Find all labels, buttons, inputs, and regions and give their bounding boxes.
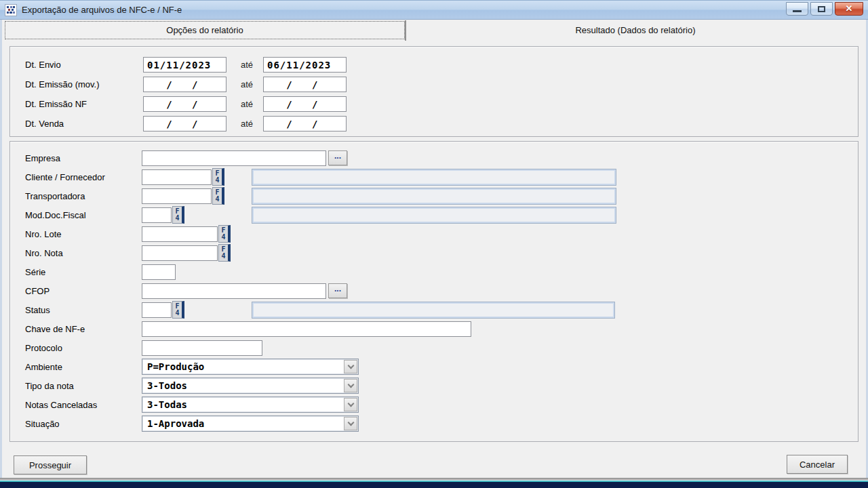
date-filters-group: Dt. Envio até Dt. Emissão (mov.) até Dt.… <box>9 46 859 137</box>
f4-icon: 4 <box>175 310 179 317</box>
protocolo-input[interactable] <box>142 340 262 356</box>
select-value: 3-Todos <box>147 380 187 391</box>
field-row-tipo-nota: Tipo da nota 3-Todos <box>10 378 858 396</box>
field-label: Transportadora <box>25 191 85 201</box>
chevron-down-icon <box>347 401 354 407</box>
tab-opcoes-relatorio[interactable]: Opções do relatório <box>5 21 405 39</box>
dt-envio-from-input[interactable] <box>143 57 226 73</box>
dropdown-arrow-button[interactable] <box>344 379 357 392</box>
cliente-fornecedor-input[interactable] <box>142 169 212 185</box>
dropdown-arrow-button[interactable] <box>344 360 357 373</box>
date-row-emissao-nf: Dt. Emissão NF até <box>10 96 858 115</box>
field-row-ambiente: Ambiente P=Produção <box>10 359 858 378</box>
dt-venda-to-input[interactable] <box>263 116 347 131</box>
field-label: Mod.Doc.Fiscal <box>25 210 86 220</box>
nro-nota-input[interactable] <box>142 245 218 261</box>
tab-resultado-relatorio[interactable]: Resultado (Dados do relatório) <box>408 21 863 39</box>
maximize-icon <box>818 6 825 12</box>
field-row-serie: Série <box>10 264 858 283</box>
until-label: até <box>235 60 259 70</box>
minimize-icon <box>793 10 802 12</box>
ambiente-select[interactable]: P=Produção <box>142 359 359 375</box>
dt-emissao-nf-to-input[interactable] <box>263 96 347 112</box>
window-bottom-edge <box>0 478 868 488</box>
field-row-mod-doc-fiscal: Mod.Doc.Fiscal F 4 <box>10 207 858 226</box>
prosseguir-button[interactable]: Prosseguir <box>14 455 87 474</box>
field-label: Nro. Nota <box>25 248 63 258</box>
maximize-button[interactable] <box>810 2 833 16</box>
nro-lote-input[interactable] <box>142 226 218 242</box>
nro-nota-f4-lookup-button[interactable]: F 4 <box>218 244 231 262</box>
status-f4-lookup-button[interactable]: F 4 <box>172 301 184 319</box>
empresa-browse-button[interactable]: ... <box>328 150 347 165</box>
dt-envio-to-input[interactable] <box>263 57 347 73</box>
select-value: P=Produção <box>147 361 204 372</box>
field-row-nro-lote: Nro. Lote F 4 <box>10 226 858 245</box>
field-label: CFOP <box>25 286 50 296</box>
field-label: Série <box>25 267 45 277</box>
mod-doc-fiscal-description-field <box>252 207 616 224</box>
f4-icon: 4 <box>215 196 219 203</box>
select-value: 1-Aprovada <box>147 418 204 429</box>
filters-group: Empresa ... Cliente / Fornecedor F 4 Tra… <box>9 141 859 442</box>
tab-bar: Opções do relatório Resultado (Dados do … <box>4 20 864 41</box>
field-label: Notas Canceladas <box>25 400 97 410</box>
window-border-left <box>0 20 2 479</box>
export-nfe-window: Exportação de arquivos de NFC-e / NF-e ✕… <box>0 0 868 488</box>
field-label: Empresa <box>25 153 60 163</box>
tab-label: Opções do relatório <box>166 25 243 35</box>
date-row-envio: Dt. Envio até <box>10 56 858 75</box>
field-label: Chave de NF-e <box>25 324 85 334</box>
serie-input[interactable] <box>142 264 176 280</box>
notas-canceladas-select[interactable]: 3-Todas <box>142 396 359 413</box>
dropdown-arrow-button[interactable] <box>344 398 357 411</box>
field-row-chave-nfe: Chave de NF-e <box>10 321 858 340</box>
select-value: 3-Todas <box>147 399 187 410</box>
until-label: até <box>235 119 259 129</box>
field-label: Protocolo <box>25 343 62 353</box>
tab-divider <box>405 20 406 41</box>
mod-doc-fiscal-input[interactable] <box>142 207 172 223</box>
chave-nfe-input[interactable] <box>142 321 471 337</box>
window-icon <box>5 4 17 16</box>
empresa-input[interactable] <box>142 150 326 166</box>
date-row-emissao-mov: Dt. Emissão (mov.) até <box>10 76 858 95</box>
chevron-down-icon <box>347 363 354 369</box>
minimize-button[interactable] <box>786 2 808 16</box>
status-description-field <box>252 302 615 319</box>
f4-icon: 4 <box>221 253 225 260</box>
bottom-edge-navy-bar <box>0 482 868 488</box>
dt-emissao-mov-to-input[interactable] <box>263 77 347 92</box>
tipo-nota-select[interactable]: 3-Todos <box>142 378 359 394</box>
dropdown-arrow-button[interactable] <box>344 417 357 430</box>
field-label: Cliente / Fornecedor <box>25 172 105 182</box>
cfop-browse-button[interactable]: ... <box>328 283 347 298</box>
field-row-transportadora: Transportadora F 4 <box>10 188 858 207</box>
chevron-down-icon <box>347 382 354 388</box>
cancelar-button[interactable]: Cancelar <box>787 455 848 474</box>
dt-venda-from-input[interactable] <box>143 116 226 131</box>
f4-icon: 4 <box>221 234 225 241</box>
field-label: Dt. Emissão NF <box>25 99 87 109</box>
cfop-input[interactable] <box>142 283 326 299</box>
field-row-nro-nota: Nro. Nota F 4 <box>10 245 858 264</box>
field-row-cliente-fornecedor: Cliente / Fornecedor F 4 <box>10 169 858 188</box>
field-label: Status <box>25 305 50 315</box>
mod-doc-fiscal-f4-lookup-button[interactable]: F 4 <box>172 206 184 224</box>
field-row-empresa: Empresa ... <box>10 150 858 169</box>
window-controls: ✕ <box>786 2 863 16</box>
dt-emissao-mov-from-input[interactable] <box>143 77 226 92</box>
field-row-cfop: CFOP ... <box>10 283 858 302</box>
title-bar: Exportação de arquivos de NFC-e / NF-e ✕ <box>0 0 868 20</box>
transportadora-description-field <box>252 188 616 205</box>
transportadora-f4-lookup-button[interactable]: F 4 <box>212 187 224 205</box>
transportadora-input[interactable] <box>142 188 212 204</box>
nro-lote-f4-lookup-button[interactable]: F 4 <box>218 225 231 243</box>
situacao-select[interactable]: 1-Aprovada <box>142 415 359 432</box>
status-input[interactable] <box>142 302 172 318</box>
cliente-fornecedor-f4-lookup-button[interactable]: F 4 <box>212 168 224 186</box>
dt-emissao-nf-from-input[interactable] <box>143 96 226 112</box>
window-title: Exportação de arquivos de NFC-e / NF-e <box>22 5 182 15</box>
close-button[interactable]: ✕ <box>835 2 863 16</box>
chevron-down-icon <box>347 420 354 426</box>
